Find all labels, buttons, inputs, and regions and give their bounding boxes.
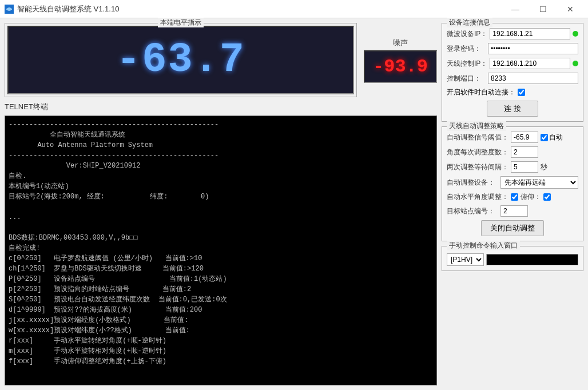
app-icon: [5, 5, 14, 14]
window-controls: — ☐ ✕: [502, 1, 583, 18]
noise-group: 噪声 -93.9: [364, 38, 437, 83]
pitch-label: 俯仰：: [521, 192, 541, 202]
horizontal-adjust-checkbox[interactable]: [511, 193, 518, 201]
signal-group-label: 本端电平指示: [158, 18, 204, 27]
telnet-label: TELNET终端: [5, 102, 437, 112]
signal-threshold-label: 自动调整信号阈值：: [447, 133, 508, 142]
port-label: 控制端口：: [447, 74, 486, 83]
auto-checkbox-label: 自动: [541, 133, 563, 142]
noise-display: -93.9: [364, 50, 437, 83]
auto-adjust-device-label: 自动调整设备：: [447, 178, 498, 188]
auto-adjust-device-row: 自动调整设备： 先本端再远端 仅本端 仅远端: [447, 176, 578, 189]
auto-connect-row: 开启软件时自动连接：: [447, 87, 578, 97]
right-panel: 设备连接信息 微波设备IP： 登录密码： 天线控制IP： 控制端口： 开启软: [442, 23, 583, 385]
device-connection-group: 设备连接信息 微波设备IP： 登录密码： 天线控制IP： 控制端口： 开启软: [442, 23, 583, 122]
maximize-button[interactable]: ☐: [530, 1, 556, 18]
signal-display: -63.7: [7, 26, 354, 94]
wait-interval-label: 两次调整等待间隔：: [447, 162, 508, 172]
signal-threshold-row: 自动调整信号阈值： 自动: [447, 132, 578, 143]
horizontal-adjust-label: 自动水平角度调整：: [447, 192, 508, 202]
device-connection-label: 设备连接信息: [447, 18, 492, 27]
left-panel: 本端电平指示 -63.7 噪声 -93.9 TELNET终端 ---------…: [5, 23, 437, 385]
manual-command-input[interactable]: [486, 254, 578, 265]
close-auto-button[interactable]: 关闭自动调整: [481, 220, 544, 236]
terminal[interactable]: ----------------------------------------…: [5, 116, 437, 385]
microwave-ip-label: 微波设备IP：: [447, 29, 487, 39]
antenna-ip-label: 天线控制IP：: [447, 59, 487, 69]
target-station-row: 目标站点编号：: [447, 205, 578, 217]
noise-value: -93.9: [373, 56, 428, 77]
port-input[interactable]: [488, 73, 578, 84]
manual-input-row: [P1HV] 其他: [447, 253, 578, 266]
microwave-status-dot: [573, 31, 578, 37]
minimize-button[interactable]: —: [502, 1, 529, 18]
port-row: 控制端口：: [447, 73, 578, 84]
angle-step-label: 角度每次调整度数：: [447, 148, 508, 157]
angle-step-input[interactable]: [511, 146, 538, 158]
angle-step-row: 角度每次调整度数：: [447, 146, 578, 158]
manual-control-group: 手动控制命令输入窗口 [P1HV] 其他: [442, 246, 583, 271]
target-station-label: 目标站点编号：: [447, 206, 498, 216]
password-label: 登录密码：: [447, 44, 486, 54]
antenna-strategy-label: 天线自动调整策略: [447, 121, 506, 131]
manual-command-select[interactable]: [P1HV] 其他: [447, 253, 484, 266]
target-station-input[interactable]: [500, 205, 528, 217]
title-bar-left: 智能天线自动调整系统 V1.1.10: [5, 4, 119, 14]
close-button[interactable]: ✕: [557, 1, 583, 18]
manual-control-label: 手动控制命令输入窗口: [447, 241, 520, 250]
noise-label: 噪声: [393, 38, 408, 48]
password-row: 登录密码：: [447, 43, 578, 54]
auto-connect-checkbox[interactable]: [518, 89, 525, 96]
auto-checkbox[interactable]: [541, 134, 548, 141]
app-title: 智能天线自动调整系统 V1.1.10: [17, 4, 119, 14]
horizontal-adjust-row: 自动水平角度调整： 俯仰：: [447, 192, 578, 202]
wait-interval-input[interactable]: [511, 161, 538, 173]
antenna-ip-input[interactable]: [490, 58, 570, 69]
connect-button[interactable]: 连 接: [487, 101, 538, 117]
title-bar: 智能天线自动调整系统 V1.1.10 — ☐ ✕: [0, 0, 588, 18]
wait-interval-row: 两次调整等待间隔： 秒: [447, 161, 578, 173]
signal-group: 本端电平指示 -63.7: [5, 23, 357, 97]
microwave-ip-input[interactable]: [490, 28, 570, 39]
password-input[interactable]: [488, 43, 578, 54]
terminal-content: ----------------------------------------…: [9, 120, 433, 367]
pitch-checkbox[interactable]: [543, 193, 551, 201]
wait-interval-unit: 秒: [541, 162, 547, 172]
auto-connect-label: 开启软件时自动连接：: [447, 87, 515, 97]
main-content: 本端电平指示 -63.7 噪声 -93.9 TELNET终端 ---------…: [0, 18, 588, 390]
signal-value: -63.7: [116, 37, 245, 83]
signal-threshold-input[interactable]: [511, 132, 538, 143]
antenna-status-dot: [573, 61, 578, 66]
antenna-ip-row: 天线控制IP：: [447, 58, 578, 69]
meter-area: 本端电平指示 -63.7 噪声 -93.9: [5, 23, 437, 97]
antenna-strategy-group: 天线自动调整策略 自动调整信号阈值： 自动 角度每次调整度数： 两次调整等待间隔…: [442, 126, 583, 241]
microwave-ip-row: 微波设备IP：: [447, 28, 578, 39]
auto-adjust-device-select[interactable]: 先本端再远端 仅本端 仅远端: [500, 176, 578, 189]
